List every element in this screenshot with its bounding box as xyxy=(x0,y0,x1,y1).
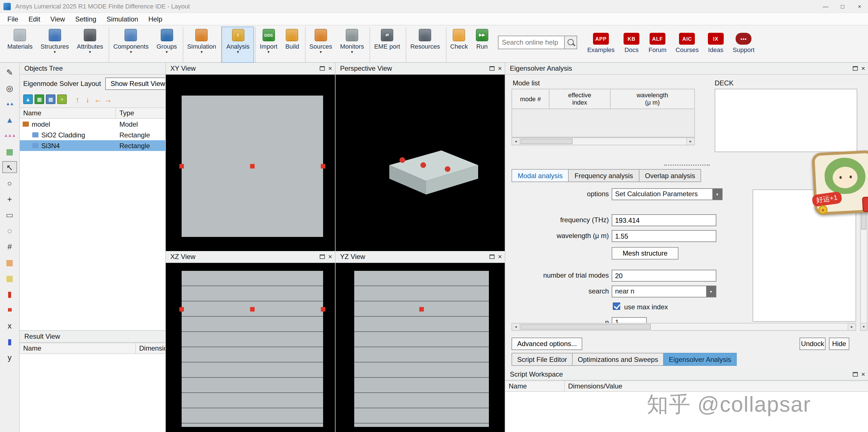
menu-item[interactable]: Simulation xyxy=(101,13,143,25)
close-panel-icon[interactable]: × xyxy=(861,65,865,72)
zoom-structure-icon[interactable]: ▲ xyxy=(23,94,33,104)
toolbar-button-structures[interactable]: Structures ▼ xyxy=(36,27,73,62)
scroll-right-icon[interactable]: ► xyxy=(686,138,694,145)
frequency-input[interactable] xyxy=(612,214,716,226)
tree-row[interactable]: Si3N4 Rectangle xyxy=(20,140,184,151)
float-panel-icon[interactable] xyxy=(490,255,495,259)
structure-xz[interactable] xyxy=(182,271,323,427)
toolbar-button-sources[interactable]: Sources ▼ xyxy=(305,27,336,62)
toolbar-button-materials[interactable]: Materials ▼ xyxy=(3,27,36,62)
xy-canvas[interactable] xyxy=(166,75,335,251)
scroll-left-icon[interactable]: ◄ xyxy=(512,138,520,145)
grid-view-icon[interactable]: ▦ xyxy=(46,94,56,104)
mode-table-column[interactable]: wavelength (μ m) xyxy=(611,89,694,108)
mode-table-column[interactable]: effective index xyxy=(550,89,611,108)
toolbar-button-build[interactable]: Build ▼ xyxy=(281,27,303,62)
close-button[interactable]: × xyxy=(851,0,868,12)
perspective-view-header[interactable]: Perspective View × xyxy=(336,63,505,75)
menu-item[interactable]: File xyxy=(2,13,24,25)
pan-icon[interactable]: + xyxy=(2,193,17,205)
help-courses[interactable]: AIC Courses xyxy=(676,33,699,62)
scroll-right-icon[interactable]: ► xyxy=(848,324,856,330)
close-panel-icon[interactable]: × xyxy=(498,253,502,260)
hide-button[interactable]: Hide xyxy=(829,338,849,350)
selection-handle[interactable] xyxy=(250,307,255,311)
grid-property-icon[interactable]: ▦ xyxy=(2,272,17,284)
toolbar-button-resources[interactable]: Resources ▼ xyxy=(406,27,444,62)
chevron-down-icon[interactable]: ▼ xyxy=(712,189,722,200)
chevron-down-icon[interactable]: ▼ xyxy=(706,286,716,297)
toolbar-button-groups[interactable]: Groups ▼ xyxy=(153,27,181,62)
yz-canvas[interactable] xyxy=(336,263,505,432)
selection-handle[interactable] xyxy=(179,307,184,311)
perspective-canvas[interactable] xyxy=(336,75,505,251)
xy-view-header[interactable]: XY View × xyxy=(166,63,335,75)
mode-table-hscrollbar[interactable]: ◄ ► xyxy=(512,137,695,145)
index-monitor-icon[interactable]: ▮ xyxy=(2,288,17,300)
float-panel-icon[interactable] xyxy=(490,66,495,71)
help-examples[interactable]: APP Examples xyxy=(587,33,615,62)
toolbar-button-components[interactable]: Components ▼ xyxy=(108,27,153,62)
xz-canvas[interactable] xyxy=(166,263,335,432)
column-name[interactable]: Name xyxy=(20,343,136,354)
mode-source-icon[interactable]: ▮▮ xyxy=(2,304,17,315)
move-up-icon[interactable]: ↑ xyxy=(73,94,82,104)
move-left-icon[interactable]: ← xyxy=(93,94,102,104)
analysis-tab[interactable]: Frequency analysis xyxy=(568,169,640,182)
dock-tab[interactable]: Optimizations and Sweeps xyxy=(572,353,664,366)
help-forum[interactable]: ALF Forum xyxy=(648,33,666,62)
selection-handle[interactable] xyxy=(179,164,184,168)
axis-x-label[interactable]: x xyxy=(2,320,17,331)
scroll-thumb[interactable] xyxy=(521,324,651,330)
mesh-view-icon[interactable]: ▦ xyxy=(34,94,44,104)
column-name[interactable]: Name xyxy=(20,108,116,118)
xz-view-header[interactable]: XZ View × xyxy=(166,251,335,263)
selection-handle[interactable] xyxy=(321,307,326,311)
help-ideas[interactable]: IX Ideas xyxy=(708,33,724,62)
mode-table-column[interactable]: mode # xyxy=(512,89,550,108)
structure-yz[interactable] xyxy=(354,271,489,427)
delete-icon[interactable]: ▦ xyxy=(2,145,17,157)
dock-tab[interactable]: Script File Editor xyxy=(512,353,572,366)
edit-icon[interactable]: ✎ xyxy=(2,66,17,78)
titlebar[interactable]: Ansys Lumerical 2025 R1 MODE Finite Diff… xyxy=(0,0,868,12)
selection-handle[interactable] xyxy=(419,307,424,311)
toolbar-button-eme-port[interactable]: ⇄ EME port ▼ xyxy=(370,27,404,62)
zoom-fit-icon[interactable]: ▲ xyxy=(2,114,17,126)
use-max-index-checkbox[interactable] xyxy=(613,302,620,310)
toolbar-button-check[interactable]: Check ▼ xyxy=(445,27,472,62)
scroll-left-icon[interactable]: ◄ xyxy=(512,324,520,330)
tree-row[interactable]: model Model xyxy=(20,119,184,130)
close-panel-icon[interactable]: × xyxy=(328,253,332,260)
minimize-button[interactable]: — xyxy=(817,0,834,12)
eigensolver-header[interactable]: Eigensolver Analysis × xyxy=(505,63,868,75)
analysis-tab[interactable]: Overlap analysis xyxy=(639,169,701,182)
mesh-icon[interactable]: # xyxy=(2,240,17,252)
float-panel-icon[interactable] xyxy=(320,255,325,259)
menu-item[interactable]: Edit xyxy=(24,13,45,25)
wavelength-input[interactable] xyxy=(612,230,716,242)
float-panel-icon[interactable] xyxy=(320,66,325,71)
grid-attribute-icon[interactable]: ▦ xyxy=(2,256,17,268)
help-docs[interactable]: KB Docs xyxy=(624,33,640,62)
close-panel-icon[interactable]: × xyxy=(328,65,332,72)
select-cursor-icon[interactable]: ↖ xyxy=(2,161,17,173)
zoom-icon[interactable]: ○ xyxy=(2,177,17,189)
toolbar-button-simulation[interactable]: Simulation ▼ xyxy=(183,27,220,62)
column-dimensions-value[interactable]: Dimensions/Value xyxy=(565,382,868,390)
float-panel-icon[interactable] xyxy=(853,66,858,71)
toolbar-button-import[interactable]: GDS Import ▼ xyxy=(255,27,281,62)
menu-item[interactable]: Setting xyxy=(70,13,101,25)
undock-button[interactable]: Undock xyxy=(800,338,826,350)
scroll-thumb[interactable] xyxy=(521,138,572,144)
zoom-region-icon[interactable]: ◌ xyxy=(2,225,17,236)
design-view-icon[interactable]: ◎ xyxy=(2,82,17,94)
search-mode-dropdown[interactable]: near n ▼ xyxy=(612,286,716,297)
close-panel-icon[interactable]: × xyxy=(861,371,865,378)
tree-row[interactable]: SiO2 Cladding Rectangle xyxy=(20,130,184,140)
mode-monitor-icon[interactable]: ▮ xyxy=(2,335,17,347)
mesh-structure-button[interactable]: Mesh structure xyxy=(612,247,678,260)
toolbar-button-run[interactable]: ▶▶ Run ▼ xyxy=(472,27,492,62)
trial-modes-input[interactable] xyxy=(612,270,716,281)
move-right-icon[interactable]: → xyxy=(103,94,113,104)
